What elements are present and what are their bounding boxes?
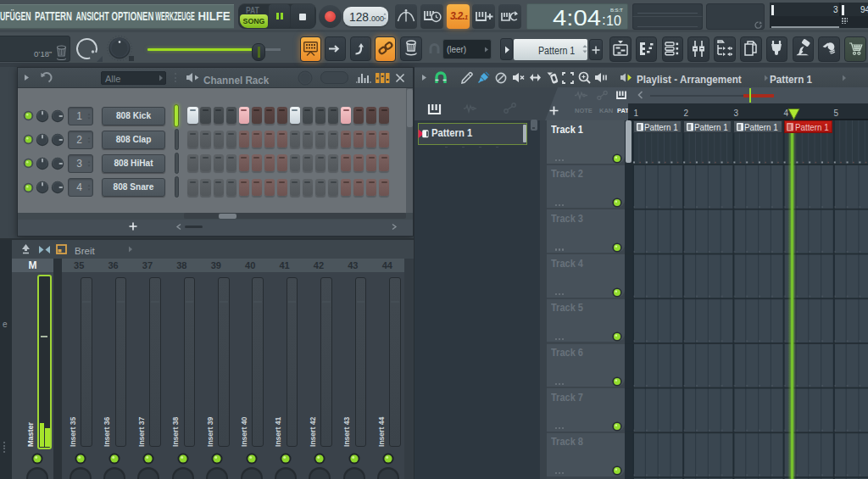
svg-text:10: 10 <box>606 14 621 28</box>
svg-text:.000: .000 <box>370 14 385 23</box>
svg-text:128: 128 <box>349 9 369 24</box>
svg-text:B:S:T: B:S:T <box>610 8 623 13</box>
svg-text:UFÜGEN: UFÜGEN <box>0 9 31 23</box>
svg-text:HILFE: HILFE <box>198 9 231 23</box>
svg-text:WERKZEUGE: WERKZEUGE <box>155 9 195 23</box>
svg-text:OPTIONEN: OPTIONEN <box>112 9 154 23</box>
svg-text:ANSICHT: ANSICHT <box>75 9 108 23</box>
svg-text:4:04: 4:04 <box>553 6 601 30</box>
svg-text:PATTERN: PATTERN <box>35 9 72 23</box>
